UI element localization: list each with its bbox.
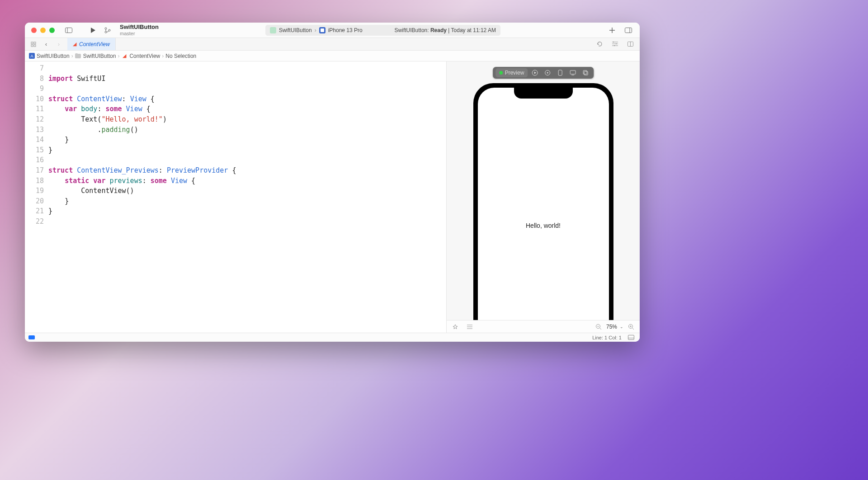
svg-line-39 [599, 328, 601, 329]
simulator-frame: Hello, world! [473, 83, 613, 320]
live-preview-button[interactable] [529, 68, 540, 77]
app-icon [270, 27, 276, 33]
code-area[interactable]: import SwiftUI struct ContentView: View … [48, 61, 446, 333]
titlebar: SwiftUIButton master SwiftUIButton › iPh… [25, 23, 640, 38]
simulator-screen[interactable]: Hello, world! [478, 88, 609, 320]
svg-rect-13 [34, 42, 36, 44]
scheme-target: SwiftUIButton [279, 27, 312, 33]
zoom-level[interactable]: 75% [606, 324, 617, 330]
scheme-device: iPhone 13 Pro [328, 27, 363, 33]
project-title: SwiftUIButton [120, 24, 159, 30]
jump-bar[interactable]: A SwiftUIButton › SwiftUIButton › ◢ Cont… [25, 51, 640, 61]
svg-line-43 [632, 328, 634, 329]
svg-rect-10 [625, 28, 632, 33]
add-editor-icon[interactable] [625, 39, 635, 49]
project-branch: master [120, 31, 159, 36]
zoom-out-button[interactable] [594, 322, 604, 332]
related-items-icon[interactable] [28, 39, 38, 49]
svg-rect-7 [321, 28, 324, 32]
chevron-icon: › [71, 53, 73, 59]
main-split: 78910111213141516171819202122 import Swi… [25, 61, 640, 333]
tab-label: ContentView [79, 41, 110, 47]
preview-toolbar: Preview [493, 67, 594, 79]
breadcrumb-group: SwiftUIButton [83, 53, 116, 59]
svg-rect-44 [628, 335, 634, 340]
live-indicator-icon [499, 71, 503, 75]
chevron-icon: › [118, 53, 119, 59]
project-info[interactable]: SwiftUIButton master [120, 24, 159, 36]
source-editor[interactable]: 78910111213141516171819202122 import Swi… [25, 61, 446, 333]
zoom-menu-chevron-icon[interactable]: ⌄ [620, 325, 623, 329]
nav-forward-button[interactable]: › [54, 39, 64, 49]
line-gutter: 78910111213141516171819202122 [25, 61, 48, 333]
svg-point-3 [105, 31, 107, 33]
svg-rect-30 [570, 71, 576, 74]
toggle-navigator-button[interactable] [64, 25, 74, 35]
svg-rect-33 [584, 71, 588, 75]
preview-content-text: Hello, world! [526, 222, 561, 229]
breadcrumb-file: ContentView [129, 53, 160, 59]
svg-rect-32 [583, 71, 587, 74]
toggle-debug-area-button[interactable] [626, 333, 636, 342]
project-icon: A [28, 53, 35, 59]
toggle-inspector-button[interactable] [623, 25, 633, 35]
svg-rect-14 [31, 45, 33, 47]
tab-contentview[interactable]: ◢ ContentView [67, 38, 116, 50]
build-status: SwiftUIButton: Ready | Today at 11:12 AM [395, 27, 496, 33]
breadcrumb-project: SwiftUIButton [37, 53, 70, 59]
adjust-editor-icon[interactable] [610, 39, 620, 49]
device-notch [514, 88, 573, 99]
canvas-pane: Preview [446, 61, 640, 333]
svg-rect-19 [613, 42, 614, 42]
svg-point-2 [105, 28, 107, 29]
minimize-window-button[interactable] [40, 28, 46, 33]
run-button[interactable] [88, 25, 98, 35]
swift-file-icon: ◢ [73, 41, 76, 47]
chevron-icon: › [162, 53, 164, 59]
duplicate-preview-button[interactable] [580, 68, 591, 77]
cursor-position: Line: 1 Col: 1 [592, 335, 622, 340]
breadcrumb-selection: No Selection [165, 53, 196, 59]
tab-bar: ‹ › ◢ ContentView [25, 38, 640, 51]
zoom-in-button[interactable] [626, 322, 636, 332]
svg-rect-12 [31, 42, 33, 44]
preview-settings-button[interactable] [542, 68, 553, 77]
svg-point-4 [108, 29, 110, 31]
library-button[interactable] [607, 25, 617, 35]
traffic-lights [31, 28, 55, 33]
canvas-footer: 75% ⌄ [447, 320, 640, 333]
svg-rect-0 [66, 28, 72, 33]
svg-rect-15 [34, 45, 36, 47]
scheme-status-bar[interactable]: SwiftUIButton › iPhone 13 Pro SwiftUIBut… [265, 25, 500, 36]
close-window-button[interactable] [31, 28, 37, 33]
svg-rect-20 [616, 43, 617, 44]
source-control-button[interactable] [103, 25, 113, 35]
refresh-icon[interactable] [594, 39, 604, 49]
simulator-icon [319, 27, 326, 33]
preview-label: Preview [505, 70, 524, 76]
chevron-right-icon: › [315, 27, 316, 33]
svg-rect-21 [614, 45, 615, 46]
nav-back-button[interactable]: ‹ [41, 39, 51, 49]
preview-device-button[interactable] [555, 68, 566, 77]
svg-rect-5 [270, 27, 276, 33]
swift-file-icon: ◢ [121, 53, 127, 59]
pin-preview-button[interactable] [450, 322, 460, 332]
svg-rect-29 [558, 70, 562, 75]
status-bar: Line: 1 Col: 1 [25, 333, 640, 342]
folder-icon [75, 53, 81, 59]
debug-indicator-icon[interactable] [28, 335, 35, 339]
preview-list-button[interactable] [465, 322, 475, 332]
svg-point-28 [547, 72, 548, 74]
zoom-window-button[interactable] [49, 28, 55, 33]
preview-status-pill[interactable]: Preview [495, 68, 528, 77]
svg-text:A: A [30, 54, 33, 58]
preview-on-device-button[interactable] [567, 68, 578, 77]
xcode-window: SwiftUIButton master SwiftUIButton › iPh… [25, 23, 640, 342]
